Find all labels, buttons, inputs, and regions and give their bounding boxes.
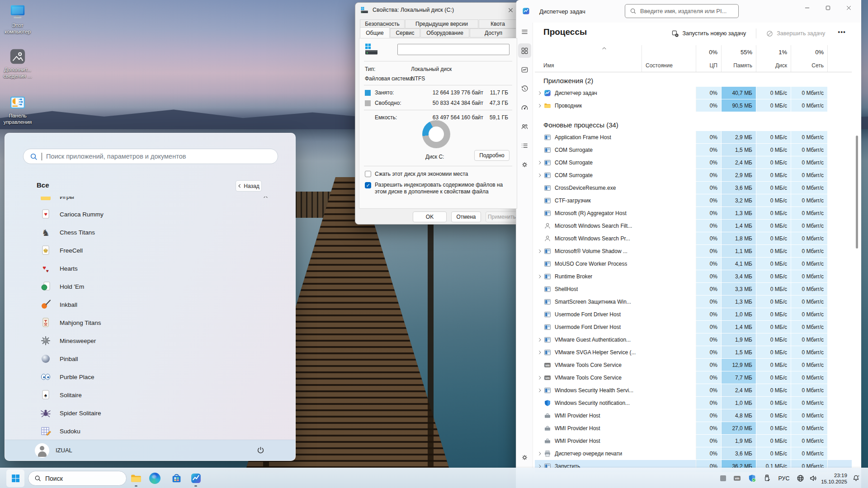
start-folder-games[interactable]: Игры <box>16 197 284 206</box>
app-list-item[interactable]: Mahjong Titans <box>16 314 284 332</box>
expand-chevron-icon[interactable] <box>536 350 544 355</box>
close-icon[interactable] <box>505 5 516 15</box>
index-checkbox[interactable]: ✓ <box>365 182 371 188</box>
tab-quota[interactable]: Квота <box>479 19 517 28</box>
rail-processes-icon[interactable] <box>518 43 531 58</box>
desktop-icon-this-pc[interactable]: Этот компьютер <box>0 4 35 35</box>
process-row[interactable]: Microsoft Windows Search Pr...0%1,8 МБ0 … <box>535 232 852 244</box>
desktop-icon-additional-info[interactable]: Дополнит... сведения ... <box>0 48 35 79</box>
taskbar-edge[interactable] <box>146 469 164 487</box>
chevron-up-icon[interactable] <box>263 197 268 198</box>
tab-sharing[interactable]: Доступ <box>470 28 517 38</box>
column-header-network[interactable]: 0% Сеть <box>791 45 828 72</box>
process-group-header[interactable]: Приложения (2) <box>535 73 852 87</box>
expand-chevron-icon[interactable] <box>536 388 544 393</box>
process-row[interactable]: COM Surrogate0%2,4 МБ0 МБ/с0 Мбит/с <box>535 156 852 169</box>
taskbar-file-explorer[interactable] <box>127 469 145 487</box>
process-row[interactable]: VMware SVGA Helper Service (...0%1,5 МБ0… <box>535 346 852 358</box>
process-row[interactable]: Microsoft Windows Search Filt...0%1,4 МБ… <box>535 220 852 232</box>
process-row[interactable]: Usermode Font Driver Host0%1,0 МБ0 МБ/с0… <box>535 308 852 320</box>
column-header-status[interactable]: Состояние <box>642 45 696 72</box>
tray-vmware[interactable]: vm <box>731 468 743 488</box>
app-list-item[interactable]: Spider Solitaire <box>16 404 284 422</box>
expand-chevron-icon[interactable] <box>536 91 544 95</box>
expand-chevron-icon[interactable] <box>536 249 544 253</box>
tray-volume[interactable] <box>807 468 819 488</box>
process-row[interactable]: vmVMware Tools Core Service0%7,7 МБ0 МБ/… <box>535 371 852 384</box>
app-list-item[interactable]: ♥Carioca Rummy <box>16 205 284 223</box>
start-button[interactable] <box>6 469 24 487</box>
process-row[interactable]: CrossDeviceResume.exe0%3,6 МБ0 МБ/с0 Мби… <box>535 182 852 194</box>
column-header-cpu[interactable]: 0% ЦП <box>696 45 722 72</box>
menu-hamburger-icon[interactable] <box>518 24 531 39</box>
process-row[interactable]: Microsoft (R) Aggregator Host0%1,3 МБ0 М… <box>535 207 852 219</box>
process-row[interactable]: MoUSO Core Worker Process0%4,1 МБ0 МБ/с0… <box>535 258 852 270</box>
tm-search-box[interactable] <box>625 4 739 18</box>
process-row[interactable]: CTF-загрузчик0%3,2 МБ0 МБ/с0 Мбит/с <box>535 194 852 206</box>
column-header-disk[interactable]: 1% Диск <box>756 45 791 72</box>
apply-button[interactable]: Применить <box>486 211 518 222</box>
process-row[interactable]: COM Surrogate0%1,5 МБ0 МБ/с0 Мбит/с <box>535 144 852 156</box>
app-list-item[interactable]: Pinball <box>16 350 284 368</box>
process-row[interactable]: WMI Provider Host0%4,8 МБ0 МБ/с0 Мбит/с <box>535 409 852 422</box>
app-list-item[interactable]: Hold 'Em <box>16 277 284 296</box>
avatar[interactable] <box>35 443 49 458</box>
process-row[interactable]: Диспетчер очереди печати0%3,6 МБ0 МБ/с0 … <box>535 447 852 460</box>
user-name[interactable]: IZUAL <box>56 447 72 454</box>
clock[interactable]: 23:19 15.10.2025 <box>820 468 849 488</box>
scrollbar-thumb[interactable] <box>856 136 858 249</box>
tab-general[interactable]: Общие <box>360 27 390 38</box>
cancel-button[interactable]: Отмена <box>451 211 481 222</box>
ok-button[interactable]: OK <box>413 211 447 222</box>
process-row[interactable]: Usermode Font Driver Host0%1,4 МБ0 МБ/с0… <box>535 321 852 333</box>
process-row[interactable]: Application Frame Host0%2,9 МБ0 МБ/с0 Мб… <box>535 131 852 143</box>
app-list-item[interactable]: ♠Solitaire <box>16 386 284 404</box>
details-button[interactable]: Подробно <box>474 150 509 161</box>
tm-search-input[interactable] <box>640 8 734 14</box>
expand-chevron-icon[interactable] <box>536 173 544 178</box>
rail-users-icon[interactable] <box>518 119 531 134</box>
process-row[interactable]: COM Surrogate0%2,9 МБ0 МБ/с0 Мбит/с <box>535 169 852 181</box>
maximize-icon[interactable] <box>817 0 838 15</box>
settings-gear-icon[interactable] <box>518 450 531 465</box>
dialog-titlebar[interactable]: Свойства: Локальный диск (C:) <box>355 3 520 17</box>
tab-hardware[interactable]: Оборудование <box>420 28 469 38</box>
expand-chevron-icon[interactable] <box>536 103 544 108</box>
compress-checkbox[interactable] <box>365 171 371 177</box>
more-options-icon[interactable]: ••• <box>835 28 849 38</box>
tray-network[interactable] <box>794 468 806 488</box>
app-list-item[interactable]: ♞Chess Titans <box>16 223 284 241</box>
process-group-header[interactable]: Фоновые процессы (34) <box>535 117 852 131</box>
taskbar-search[interactable]: Поиск <box>28 471 127 486</box>
process-row[interactable]: Runtime Broker0%3,4 МБ0 МБ/с0 Мбит/с <box>535 270 852 282</box>
process-row[interactable]: VMware Guest Authentication...0%1,9 МБ0 … <box>535 333 852 346</box>
language-indicator[interactable]: РУС <box>775 468 793 488</box>
process-row[interactable]: Windows Security Health Servi...0%2,4 МБ… <box>535 384 852 396</box>
app-list-item[interactable]: ♚FreeCell <box>16 241 284 259</box>
process-row[interactable]: vmVMware Tools Core Service0%12,9 МБ0 МБ… <box>535 359 852 371</box>
rail-details-icon[interactable] <box>518 138 531 153</box>
minimize-icon[interactable] <box>797 0 817 15</box>
process-row[interactable]: Диспетчер задач0%40,7 МБ0 МБ/с0 Мбит/с <box>535 87 852 99</box>
taskbar-task-manager[interactable] <box>187 469 205 487</box>
app-list-item[interactable]: Sudoku <box>16 422 284 440</box>
process-row[interactable]: SmartScreen Защитника Win...0%1,3 МБ0 МБ… <box>535 296 852 308</box>
expand-chevron-icon[interactable] <box>536 160 544 165</box>
process-row[interactable]: Проводник0%90,5 МБ0 МБ/с0 Мбит/с <box>535 99 852 112</box>
end-task-button[interactable]: Завершить задачу <box>763 28 829 39</box>
start-search-box[interactable] <box>23 149 278 164</box>
close-icon[interactable] <box>838 0 859 15</box>
run-new-task-button[interactable]: Запустить новую задачу <box>668 28 750 39</box>
expand-chevron-icon[interactable] <box>536 338 544 342</box>
process-row[interactable]: ShellHost0%3,3 МБ0 МБ/с0 Мбит/с <box>535 283 852 295</box>
tm-titlebar[interactable]: Диспетчер задач <box>516 0 861 23</box>
column-header-memory[interactable]: 55% Память <box>722 45 756 72</box>
notification-bell[interactable]: z <box>850 468 862 488</box>
app-list-item[interactable]: ♥♥Hearts <box>16 259 284 277</box>
expand-chevron-icon[interactable] <box>536 375 544 380</box>
process-row[interactable]: WMI Provider Host0%27,0 МБ0 МБ/с0 Мбит/с <box>535 422 852 434</box>
tray-windows-security[interactable] <box>746 468 758 488</box>
start-search-input[interactable] <box>46 153 271 160</box>
rail-startup-apps-icon[interactable] <box>518 100 531 115</box>
expand-chevron-icon[interactable] <box>536 451 544 456</box>
